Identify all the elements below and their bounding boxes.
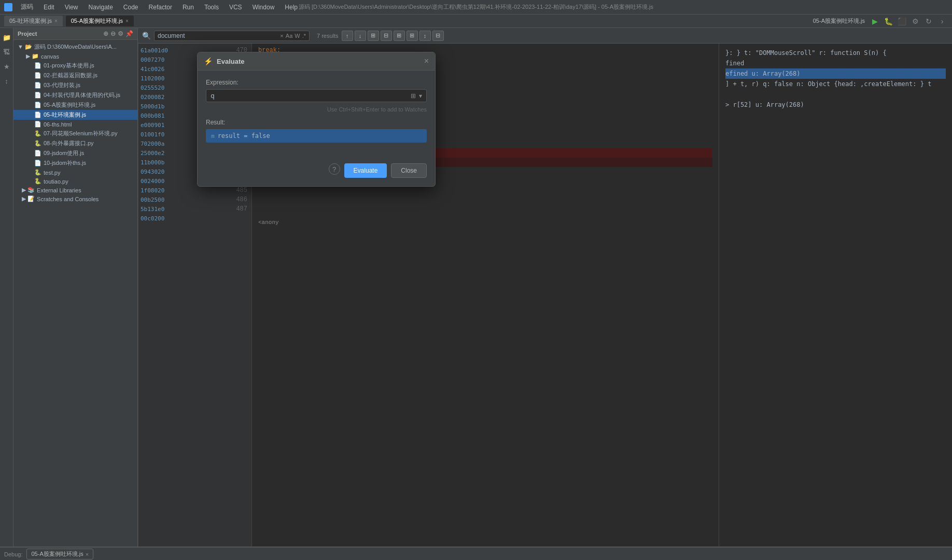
search-input[interactable] bbox=[158, 32, 278, 39]
gear-icon[interactable]: ⚙ bbox=[118, 30, 123, 37]
menu-item-edit[interactable]: Edit bbox=[39, 3, 59, 12]
dialog-hint: Use Ctrl+Shift+Enter to add to Watches bbox=[206, 106, 427, 113]
run-controls: 05-A股案例吐环境.js ▶ 🐛 ⬛ ⚙ ↻ › bbox=[813, 16, 948, 27]
search-regex-icon[interactable]: .* bbox=[302, 33, 306, 39]
menu-item-window[interactable]: Window bbox=[248, 3, 279, 12]
menu-item-refactor[interactable]: Refactor bbox=[145, 3, 176, 12]
menu-item-vcs[interactable]: VCS bbox=[225, 3, 246, 12]
file-icon-4: 📄 bbox=[34, 102, 41, 108]
settings-button[interactable]: ⚙ bbox=[909, 16, 921, 27]
evaluate-dialog-close[interactable]: × bbox=[424, 57, 429, 66]
tree-file-1[interactable]: 📄 02-拦截器返回数据.js bbox=[13, 71, 137, 80]
tree-file-4[interactable]: 📄 05-A股案例吐环境.js bbox=[13, 100, 137, 110]
search-wrap-btn[interactable]: ↕ bbox=[419, 31, 431, 41]
expand-icon[interactable]: ⊕ bbox=[103, 30, 108, 37]
tree-file-7[interactable]: 🐍 07-同花顺Selenium补环境.py bbox=[13, 129, 137, 138]
debug-prefix: Debug: bbox=[4, 551, 22, 557]
menu-item-file[interactable]: 源码 bbox=[17, 2, 37, 12]
search-icon: 🔍 bbox=[142, 32, 151, 40]
debug-panel: Debug: 05-A股案例吐环境.js × 🐛 Debugger 📋 Cons… bbox=[0, 547, 952, 560]
side-icon-favorites[interactable]: ★ bbox=[2, 61, 12, 72]
menu-item-view[interactable]: View bbox=[61, 3, 82, 12]
search-next-btn[interactable]: ↓ bbox=[355, 31, 366, 41]
search-prev-btn[interactable]: ↑ bbox=[342, 31, 353, 41]
more-button[interactable]: › bbox=[936, 16, 948, 27]
file-icon-2: 📄 bbox=[34, 82, 41, 89]
search-option-2[interactable]: ⊞ bbox=[394, 31, 405, 41]
tab-inactive[interactable]: 05-吐环境案例.js × bbox=[4, 16, 63, 26]
debug-file-close[interactable]: × bbox=[86, 551, 89, 557]
tree-file-2[interactable]: 📄 03-代理封装.js bbox=[13, 80, 137, 90]
side-icon-project[interactable]: 📁 bbox=[2, 32, 12, 43]
tree-file-10[interactable]: 📄 10-jsdom补ths.js bbox=[13, 158, 137, 168]
search-option-1[interactable]: ⊟ bbox=[381, 31, 392, 41]
search-word-icon[interactable]: W bbox=[295, 33, 300, 39]
right-code-line-3: ] + t, r) q: false n: Object {head: ,cre… bbox=[725, 79, 946, 89]
tab-inactive-close[interactable]: × bbox=[54, 18, 58, 24]
expr-expand-icon[interactable]: ⊞ bbox=[411, 92, 416, 100]
search-clear-icon[interactable]: × bbox=[280, 33, 283, 39]
menu-bar: 源码 Edit View Navigate Code Refactor Run … bbox=[0, 0, 952, 15]
menu-item-tools[interactable]: Tools bbox=[200, 3, 223, 12]
panel-header-icons: ⊕ ⊖ ⚙ 📌 bbox=[103, 30, 133, 37]
tree-file-5[interactable]: 📄 05-吐环境案例.js bbox=[13, 110, 137, 120]
collapse-icon[interactable]: ⊖ bbox=[110, 30, 116, 37]
dialog-result: m result = false bbox=[206, 129, 427, 143]
evaluate-dialog-icon: ⚡ bbox=[204, 57, 213, 65]
dialog-footer: ? Evaluate Close bbox=[198, 159, 435, 186]
tree-file-8[interactable]: 🐍 08-向外暴露接口.py bbox=[13, 138, 137, 148]
tree-canvas[interactable]: ▶ 📁 canvas bbox=[13, 52, 137, 61]
panel-header: Project ⊕ ⊖ ⚙ 📌 bbox=[13, 28, 137, 40]
close-button[interactable]: Close bbox=[391, 163, 427, 178]
app-icon bbox=[4, 3, 12, 11]
run-file-label: 05-A股案例吐环境.js bbox=[813, 17, 865, 25]
help-icon[interactable]: ? bbox=[329, 163, 340, 175]
reload-button[interactable]: ↻ bbox=[923, 16, 934, 27]
tree-file-12[interactable]: 🐍 toutiao.py bbox=[13, 177, 137, 186]
code-line-485 bbox=[258, 186, 712, 195]
search-option-3[interactable]: ⊞ bbox=[407, 31, 418, 41]
tab-active[interactable]: 05-A股案例吐环境.js × bbox=[66, 16, 134, 26]
menu-item-navigate[interactable]: Navigate bbox=[84, 3, 117, 12]
right-code-line-0: }: } t: "DOMMouseScroll" r: function S(n… bbox=[725, 48, 946, 58]
evaluate-button[interactable]: Evaluate bbox=[344, 163, 387, 178]
expression-input-row[interactable]: ⊞ ▾ bbox=[206, 89, 427, 102]
menu-item-run[interactable]: Run bbox=[178, 3, 198, 12]
tree-file-11[interactable]: 🐍 test.py bbox=[13, 168, 137, 177]
file-icon-12: 🐍 bbox=[34, 178, 41, 185]
menu-item-code[interactable]: Code bbox=[119, 3, 143, 12]
expr-dropdown-icon[interactable]: ▾ bbox=[419, 92, 422, 100]
search-preview-btn[interactable]: ⊞ bbox=[368, 31, 379, 41]
tab-active-close[interactable]: × bbox=[125, 18, 129, 24]
right-code-line-1: fined bbox=[725, 58, 946, 68]
stop-button[interactable]: ⬛ bbox=[896, 16, 907, 27]
tab-inactive-label: 05-吐环境案例.js bbox=[9, 17, 52, 25]
right-code-line-2: efined u: Array(268) bbox=[725, 68, 946, 79]
tree-external-libraries[interactable]: ▶ 📚 External Libraries bbox=[13, 186, 137, 194]
result-value: result = false bbox=[218, 132, 270, 139]
title-bar: 05-吐环境案例.js × 05-A股案例吐环境.js × 05-A股案例吐环境… bbox=[0, 15, 952, 28]
debug-file-badge[interactable]: 05-A股案例吐环境.js × bbox=[26, 549, 93, 559]
search-match-case-icon[interactable]: Aa bbox=[286, 33, 292, 39]
debug-button[interactable]: 🐛 bbox=[883, 16, 894, 27]
tree-file-3[interactable]: 📄 04-封装代理具体使用的代码.js bbox=[13, 90, 137, 100]
expression-input[interactable] bbox=[211, 92, 408, 100]
search-filter-btn[interactable]: ⊟ bbox=[432, 31, 444, 41]
search-input-wrap[interactable]: × Aa W .* bbox=[154, 31, 310, 41]
result-type-icon: m bbox=[211, 133, 215, 139]
tree-file-0[interactable]: 📄 01-proxy基本使用.js bbox=[13, 61, 137, 71]
hex-line-15: 1f08020 bbox=[141, 186, 219, 195]
side-icon-structure[interactable]: 🏗 bbox=[2, 47, 12, 57]
tree-file-6[interactable]: 📄 06-ths.html bbox=[13, 120, 137, 129]
run-button[interactable]: ▶ bbox=[869, 16, 880, 27]
side-icon-vcs[interactable]: ↕ bbox=[2, 76, 12, 86]
file-icon-7: 🐍 bbox=[34, 130, 41, 137]
pin-icon[interactable]: 📌 bbox=[125, 30, 133, 37]
right-panel: }: } t: "DOMMouseScroll" r: function S(n… bbox=[719, 44, 952, 547]
hex-line-17: 5b131e0 bbox=[141, 204, 219, 214]
tree-scratches[interactable]: ▶ 📝 Scratches and Consoles bbox=[13, 194, 137, 203]
tree-file-9[interactable]: 📄 09-jsdom使用.js bbox=[13, 148, 137, 158]
hex-line-18: 00c0200 bbox=[141, 214, 219, 223]
tree-root[interactable]: ▼ 📂 源码 D:\360MoveData\Users\A... bbox=[13, 42, 137, 52]
file-icon-6: 📄 bbox=[34, 121, 41, 128]
